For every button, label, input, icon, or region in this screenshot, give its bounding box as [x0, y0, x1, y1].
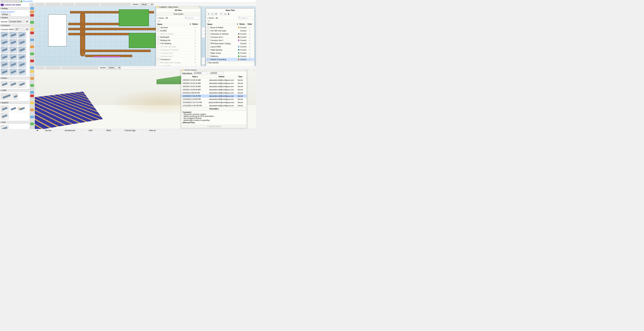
- toolbar-icon[interactable]: [78, 3, 81, 6]
- strip-icon[interactable]: [30, 63, 34, 66]
- sorter-item[interactable]: [10, 81, 18, 88]
- conveyor-item[interactable]: [10, 54, 18, 61]
- toolbar-icon[interactable]: [36, 3, 38, 6]
- building-block[interactable]: [129, 33, 156, 48]
- sorter-item[interactable]: [1, 81, 9, 88]
- strip-icon[interactable]: [30, 112, 34, 115]
- help-icon[interactable]: ?: [158, 20, 160, 22]
- section-header-scheme[interactable]: Scheme: [0, 16, 29, 19]
- toolbar-icon[interactable]: [81, 3, 84, 6]
- sorter-item[interactable]: [18, 81, 26, 88]
- version-row[interactable]: 12/12/2022 4:02:30 PMalexander.tutt@conf…: [181, 104, 247, 107]
- file-row[interactable]: PlatformsCurrent: [206, 55, 254, 58]
- toolbar-icon[interactable]: [83, 66, 86, 69]
- version-row[interactable]: 1/18/2023 3:14:29 PMalexander.tutt@confi…: [181, 94, 247, 98]
- conveyor-item[interactable]: [10, 69, 18, 75]
- toolbar-icon[interactable]: [119, 3, 122, 6]
- new-file-icon[interactable]: ▾: [207, 12, 210, 15]
- file-row[interactable]: 2nd level: [156, 26, 201, 29]
- conveyor-item[interactable]: [1, 54, 9, 61]
- file-row[interactable]: CET MH Unit loadsCurrent: [206, 29, 254, 32]
- conveyor-item[interactable]: [1, 46, 9, 53]
- strip-icon[interactable]: [30, 77, 34, 80]
- strip-icon[interactable]: [30, 35, 34, 38]
- move-right-all-icon[interactable]: [202, 31, 205, 34]
- breadcrumb[interactable]: Home › All: [207, 17, 237, 19]
- view-tab[interactable]: Architectural: [58, 129, 82, 131]
- tool-item[interactable]: [1, 125, 9, 129]
- conveyor-width-select[interactable]: 20" *: [14, 28, 28, 31]
- file-row[interactable]: EPR Automation 18.jpegCurrent: [206, 42, 254, 45]
- qa-icon[interactable]: [15, 0, 17, 2]
- strip-icon[interactable]: [30, 98, 34, 101]
- strip-icon[interactable]: [30, 28, 34, 31]
- view-tab[interactable]: CAD: [82, 129, 100, 131]
- toolbar-icon[interactable]: [52, 66, 54, 69]
- toolbar-icon[interactable]: [87, 3, 90, 6]
- toolbar-icon[interactable]: [65, 3, 68, 6]
- col-header-status[interactable]: Status: [191, 23, 199, 25]
- toolbar-icon[interactable]: [55, 66, 58, 69]
- breadcrumb-home[interactable]: Home: [159, 17, 164, 19]
- conveyor-item[interactable]: [18, 39, 26, 46]
- strip-icon[interactable]: [30, 17, 34, 20]
- strip-icon[interactable]: [30, 126, 34, 129]
- home-icon[interactable]: [207, 17, 208, 19]
- toolbar-icon[interactable]: [110, 3, 112, 6]
- toolbar-icon[interactable]: [36, 66, 38, 69]
- conveyor-item[interactable]: [18, 54, 26, 61]
- toolbar-icon[interactable]: [77, 66, 80, 69]
- file-row[interactable]: Conveyor line 2Current: [206, 39, 254, 42]
- conveyor-item[interactable]: [10, 46, 18, 53]
- file-row[interactable]: EPR Automation 18.jpeg: [156, 61, 201, 64]
- collapse-toggle-icon[interactable]: ↕: [253, 69, 256, 72]
- strip-icon[interactable]: [30, 70, 34, 73]
- file-row[interactable]: Characters & Vehicles: [156, 48, 201, 51]
- toolbar-icon[interactable]: [58, 3, 60, 6]
- toolbar-icon[interactable]: [52, 3, 54, 6]
- conveyor-shape[interactable]: [68, 28, 161, 30]
- restore-version-button[interactable]: Restore Version: [182, 125, 246, 128]
- col-header-status[interactable]: Status: [238, 23, 246, 25]
- file-row[interactable]: Boxes & Pallets: [156, 32, 201, 35]
- version-row[interactable]: 2/6/2023 10:03:24 AMalexander.tutt@confi…: [181, 78, 247, 82]
- toolbar-icon[interactable]: [89, 66, 92, 69]
- col-header-date[interactable]: Date ▴: [182, 75, 208, 78]
- attach-icon[interactable]: 📎: [211, 12, 214, 15]
- breadcrumb-home[interactable]: Home: [209, 17, 214, 19]
- toolbar-icon[interactable]: [46, 66, 48, 69]
- support-item[interactable]: MULTI DECK: [18, 105, 26, 112]
- support-item[interactable]: [1, 105, 9, 112]
- toolbar-icon[interactable]: [49, 3, 52, 6]
- file-row[interactable]: CET Building: [156, 42, 201, 45]
- toolbar-icon[interactable]: [49, 66, 52, 69]
- qa-icon[interactable]: [1, 0, 3, 2]
- strip-icon[interactable]: [30, 91, 34, 94]
- file-row[interactable]: Pallet RackingCurrent: [206, 48, 254, 51]
- section-header-conveyors[interactable]: Conveyors: [0, 24, 29, 27]
- strip-icon[interactable]: [30, 10, 34, 13]
- qa-icon[interactable]: [12, 0, 14, 2]
- toolbar-icon[interactable]: [62, 66, 65, 69]
- settings-button[interactable]: Settings ...: [1, 13, 11, 15]
- support-item[interactable]: AUTO: [10, 105, 18, 112]
- toolbar-icon[interactable]: [113, 3, 115, 6]
- strip-icon[interactable]: [30, 94, 34, 97]
- edit-icon[interactable]: ✎: [220, 12, 223, 15]
- toolbar-icon[interactable]: [71, 3, 74, 6]
- strip-icon[interactable]: [30, 45, 34, 48]
- toolbar-icon[interactable]: [107, 3, 109, 6]
- search-input[interactable]: Search...: [238, 17, 254, 19]
- toolbar-icon[interactable]: [68, 3, 71, 6]
- toolbar-icon[interactable]: [38, 3, 41, 6]
- toolbar-icon[interactable]: [71, 66, 74, 69]
- strip-icon[interactable]: [30, 119, 34, 122]
- strip-icon[interactable]: [30, 42, 34, 45]
- col-header-name[interactable]: Name: [157, 23, 189, 25]
- home-icon[interactable]: [157, 17, 158, 19]
- strip-icon[interactable]: [30, 49, 34, 52]
- toolbar-icon[interactable]: [104, 3, 106, 6]
- conveyor-shape[interactable]: [68, 33, 136, 35]
- col-header-name[interactable]: Name: [208, 23, 236, 25]
- strip-icon[interactable]: [30, 59, 34, 62]
